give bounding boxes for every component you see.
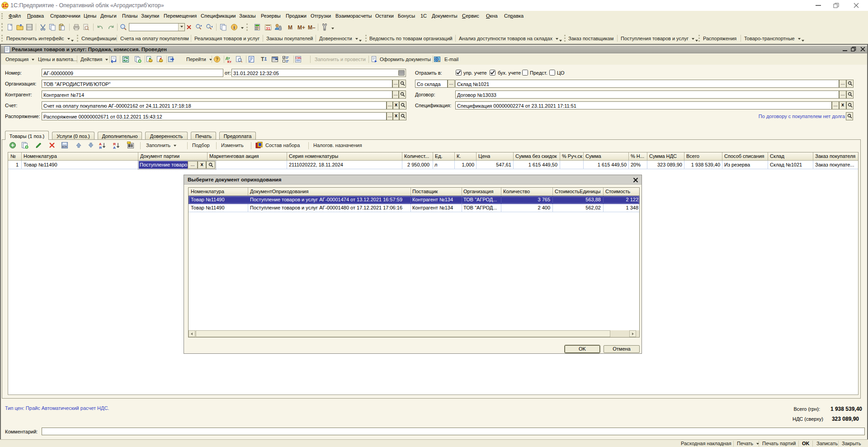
svg-text:Я: Я (99, 146, 102, 149)
svg-text:ЕОК: ЕОК (62, 145, 67, 148)
svg-text:А: А (113, 146, 116, 149)
svg-text:1C: 1C (2, 3, 8, 8)
svg-text:?: ? (216, 57, 218, 62)
svg-text:T: T (261, 56, 264, 62)
svg-text:Кт: Кт (227, 60, 231, 63)
svg-text:i: i (234, 25, 235, 30)
svg-text:31: 31 (266, 26, 270, 31)
svg-text:CML: CML (296, 57, 302, 59)
